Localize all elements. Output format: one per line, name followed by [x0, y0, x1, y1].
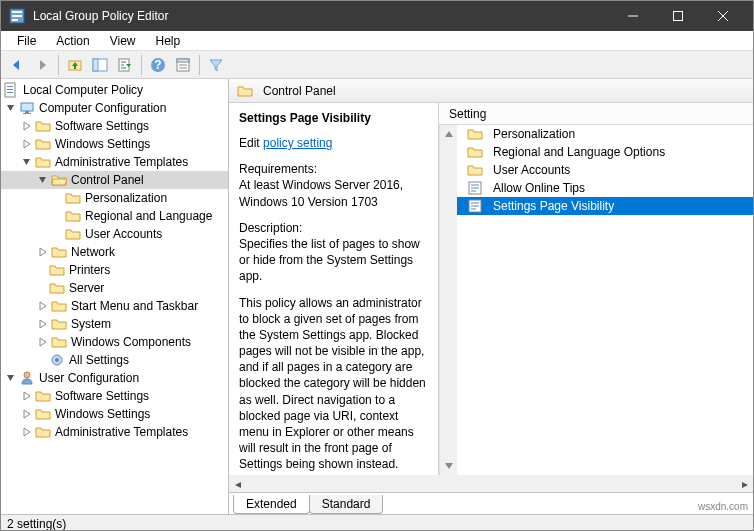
expand-icon[interactable] [21, 138, 33, 150]
tree-pane[interactable]: Local Computer Policy Computer Configura… [1, 79, 229, 514]
collapse-icon[interactable] [5, 102, 17, 114]
tree-label: Local Computer Policy [23, 83, 143, 97]
menu-file[interactable]: File [7, 32, 46, 50]
tree-printers[interactable]: Printers [1, 261, 228, 279]
hscroll-main[interactable]: ◂ ▸ [229, 475, 753, 492]
tree-label: User Configuration [39, 371, 139, 385]
list-item-label: Allow Online Tips [493, 181, 585, 195]
tree-computer-config[interactable]: Computer Configuration [1, 99, 228, 117]
folder-icon [49, 262, 65, 278]
tree-uc-windows[interactable]: Windows Settings [1, 405, 228, 423]
tree-software-settings[interactable]: Software Settings [1, 117, 228, 135]
svg-rect-26 [25, 111, 29, 113]
scroll-left-icon[interactable]: ◂ [229, 477, 246, 491]
tree-regional[interactable]: Regional and Language [1, 207, 228, 225]
svg-rect-24 [7, 92, 13, 93]
forward-button[interactable] [30, 53, 54, 77]
list-pane: Setting Personalization Regional and Lan… [439, 103, 753, 475]
tree-uc-admin[interactable]: Administrative Templates [1, 423, 228, 441]
collapse-icon[interactable] [37, 174, 49, 186]
main-pane: Control Panel Settings Page Visibility E… [229, 79, 753, 514]
setting-title: Settings Page Visibility [239, 111, 428, 125]
scroll-up-icon[interactable] [440, 125, 457, 143]
menu-action[interactable]: Action [46, 32, 99, 50]
tree-label: Software Settings [55, 389, 149, 403]
tree-label: Start Menu and Taskbar [71, 299, 198, 313]
requirements-label: Requirements: [239, 161, 428, 177]
tree-root[interactable]: Local Computer Policy [1, 81, 228, 99]
export-list-button[interactable] [113, 53, 137, 77]
tree-admin-templates[interactable]: Administrative Templates [1, 153, 228, 171]
tree-start-menu[interactable]: Start Menu and Taskbar [1, 297, 228, 315]
tree-system[interactable]: System [1, 315, 228, 333]
tree-uc-software[interactable]: Software Settings [1, 387, 228, 405]
folder-open-icon [51, 172, 67, 188]
scroll-down-icon[interactable] [440, 457, 457, 475]
expand-icon[interactable] [21, 426, 33, 438]
expand-icon[interactable] [37, 318, 49, 330]
svg-rect-25 [21, 103, 33, 111]
expand-icon[interactable] [21, 408, 33, 420]
location-header: Control Panel [229, 79, 753, 103]
svg-rect-10 [93, 59, 98, 71]
close-button[interactable] [700, 1, 745, 31]
tab-standard[interactable]: Standard [309, 495, 384, 514]
edit-label: Edit [239, 136, 260, 150]
folder-icon [467, 126, 483, 142]
description-p1: Specifies the list of pages to show or h… [239, 236, 428, 285]
menu-view[interactable]: View [100, 32, 146, 50]
tree-label: Network [71, 245, 115, 259]
folder-icon [49, 280, 65, 296]
list-item-regional[interactable]: Regional and Language Options [457, 143, 753, 161]
scroll-right-icon[interactable]: ▸ [736, 477, 753, 491]
tree-network[interactable]: Network [1, 243, 228, 261]
content-area: Local Computer Policy Computer Configura… [1, 79, 753, 514]
up-button[interactable] [63, 53, 87, 77]
tree-label: Windows Components [71, 335, 191, 349]
expand-icon[interactable] [37, 246, 49, 258]
expand-icon[interactable] [21, 120, 33, 132]
maximize-button[interactable] [655, 1, 700, 31]
policy-setting-link[interactable]: policy setting [263, 136, 332, 150]
collapse-icon[interactable] [5, 372, 17, 384]
tree-user-accounts[interactable]: User Accounts [1, 225, 228, 243]
tree-personalization[interactable]: Personalization [1, 189, 228, 207]
folder-icon [51, 334, 67, 350]
list-item-user-accounts[interactable]: User Accounts [457, 161, 753, 179]
tree-label: Control Panel [71, 173, 144, 187]
properties-button[interactable] [171, 53, 195, 77]
detail-row: Settings Page Visibility Edit policy set… [229, 103, 753, 475]
back-button[interactable] [5, 53, 29, 77]
vertical-scrollbar[interactable] [439, 125, 457, 475]
list-item-settings-visibility[interactable]: Settings Page Visibility [457, 197, 753, 215]
tree-windows-components[interactable]: Windows Components [1, 333, 228, 351]
view-tabs: Extended Standard [229, 492, 753, 514]
folder-icon [35, 388, 51, 404]
tree-server[interactable]: Server [1, 279, 228, 297]
tree-windows-settings[interactable]: Windows Settings [1, 135, 228, 153]
window-title: Local Group Policy Editor [33, 9, 610, 23]
expand-icon[interactable] [37, 336, 49, 348]
folder-icon [51, 244, 67, 260]
expand-icon[interactable] [37, 300, 49, 312]
folder-icon [35, 136, 51, 152]
setting-icon [467, 198, 483, 214]
svg-rect-5 [673, 12, 682, 21]
tree-all-settings[interactable]: All Settings [1, 351, 228, 369]
setting-icon [467, 180, 483, 196]
separator [141, 55, 142, 75]
collapse-icon[interactable] [21, 156, 33, 168]
filter-button[interactable] [204, 53, 228, 77]
menu-help[interactable]: Help [146, 32, 191, 50]
list-item-personalization[interactable]: Personalization [457, 125, 753, 143]
help-button[interactable]: ? [146, 53, 170, 77]
minimize-button[interactable] [610, 1, 655, 31]
expand-icon[interactable] [21, 390, 33, 402]
list-item-allow-tips[interactable]: Allow Online Tips [457, 179, 753, 197]
tree-control-panel[interactable]: Control Panel [1, 171, 228, 189]
tree-user-config[interactable]: User Configuration [1, 369, 228, 387]
list-column-header[interactable]: Setting [439, 103, 753, 125]
titlebar: Local Group Policy Editor [1, 1, 753, 31]
tab-extended[interactable]: Extended [233, 495, 310, 514]
show-hide-tree-button[interactable] [88, 53, 112, 77]
